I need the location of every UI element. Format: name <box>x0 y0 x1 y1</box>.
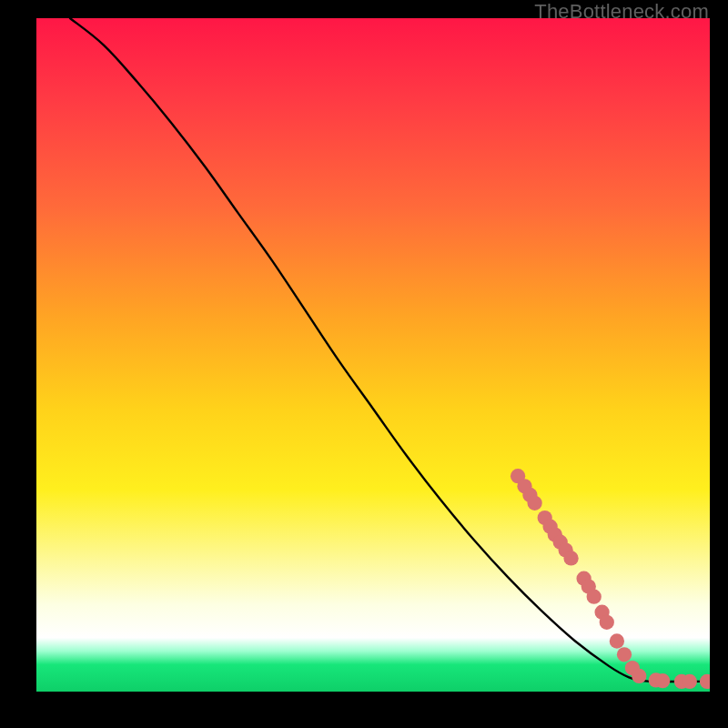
chart-overlay <box>36 18 710 692</box>
data-point <box>548 527 562 541</box>
data-point <box>649 672 663 687</box>
data-point <box>625 661 640 675</box>
data-point <box>610 633 624 648</box>
data-point <box>563 551 578 565</box>
data-point <box>559 542 573 557</box>
data-point <box>674 674 689 689</box>
data-points-group <box>511 469 710 689</box>
data-point <box>700 674 710 689</box>
data-point <box>581 579 596 593</box>
gradient-plot-area <box>36 18 710 692</box>
data-point <box>538 511 552 525</box>
data-point <box>632 669 646 683</box>
data-point <box>522 488 537 502</box>
data-point <box>576 571 591 586</box>
data-point <box>655 673 670 688</box>
data-point <box>594 605 609 620</box>
data-point <box>587 590 602 604</box>
data-point <box>511 469 525 483</box>
data-point <box>600 615 614 630</box>
data-point <box>517 479 531 493</box>
bottleneck-curve <box>70 18 710 682</box>
data-point <box>617 647 632 662</box>
data-point <box>682 674 697 689</box>
data-point <box>553 535 568 550</box>
data-point <box>527 496 541 511</box>
data-point <box>542 520 557 534</box>
